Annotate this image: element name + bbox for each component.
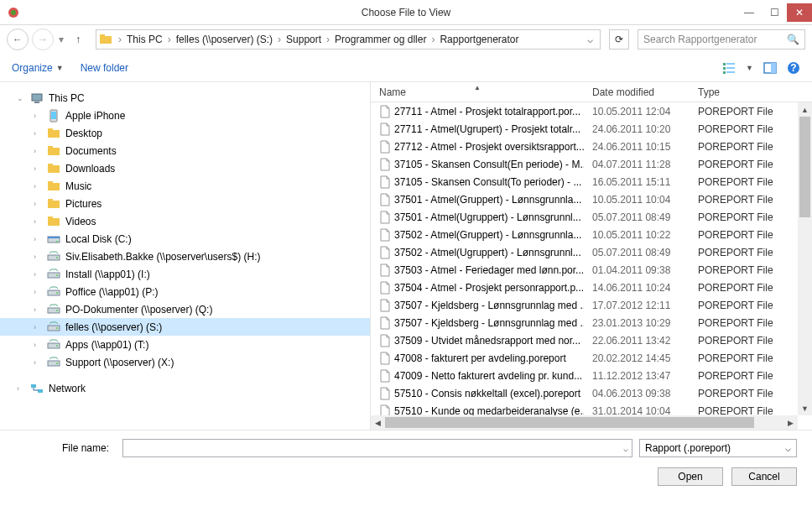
tree-item[interactable]: ›PO-Dokumenter (\\poserver) (Q:): [0, 300, 370, 318]
file-icon: [379, 228, 391, 242]
column-type[interactable]: Type: [690, 86, 812, 98]
chevron-down-icon[interactable]: ⌵: [623, 444, 628, 453]
organize-button[interactable]: Organize▼: [12, 62, 64, 74]
search-input[interactable]: Search Rapportgenerator 🔍: [638, 29, 805, 50]
chevron-right-icon[interactable]: ›: [166, 34, 173, 45]
scrollbar-thumb[interactable]: [385, 417, 754, 428]
file-type: POREPORT File: [690, 370, 812, 382]
file-row[interactable]: 37502 - Atmel(Ugruppert) - Lønnsgrunnl..…: [371, 243, 812, 261]
vertical-scrollbar[interactable]: ▲ ▼: [798, 102, 812, 415]
file-row[interactable]: 37504 - Atmel - Prosjekt personrapport.p…: [371, 279, 812, 296]
expand-icon[interactable]: ›: [34, 341, 42, 349]
minimize-button[interactable]: —: [737, 3, 762, 22]
address-bar[interactable]: › This PC › felles (\\poserver) (S:) › S…: [96, 29, 601, 50]
tree-item[interactable]: ›Poffice (\\app01) (P:): [0, 283, 370, 300]
file-row[interactable]: 57510 - Consis nøkkeltall (excel).porepo…: [371, 384, 812, 402]
chevron-down-icon[interactable]: ▼: [746, 64, 753, 72]
address-dropdown-button[interactable]: ⌵: [582, 34, 598, 45]
tree-item[interactable]: ›Videos: [0, 212, 370, 230]
scroll-right-icon[interactable]: ▶: [783, 415, 798, 430]
file-row[interactable]: 27712 - Atmel - Prosjekt oversiktsrappor…: [371, 138, 812, 155]
recent-locations-button[interactable]: ▾: [57, 34, 65, 45]
file-row[interactable]: 37502 - Atmel(Gruppert) - Lønnsgrunnla..…: [371, 226, 812, 243]
scroll-down-icon[interactable]: ▼: [798, 401, 812, 415]
file-icon: [379, 299, 391, 312]
expand-icon[interactable]: ›: [34, 323, 42, 331]
breadcrumb[interactable]: Rapportgenerator: [436, 34, 522, 45]
file-row[interactable]: 27711 - Atmel(Ugrupert) - Prosjekt total…: [371, 120, 812, 138]
help-button[interactable]: ?: [787, 61, 800, 75]
column-name[interactable]: Name▲: [371, 86, 584, 98]
file-row[interactable]: 37503 - Atmel - Feriedager med lønn.por.…: [371, 261, 812, 279]
new-folder-button[interactable]: New folder: [81, 62, 128, 74]
chevron-right-icon[interactable]: ›: [325, 34, 331, 45]
expand-icon[interactable]: ›: [34, 305, 42, 314]
tree-item[interactable]: ›Desktop: [0, 124, 370, 142]
file-row[interactable]: 37105 - Skansen Consult(To perioder) - .…: [371, 173, 812, 190]
expand-icon[interactable]: ›: [34, 129, 42, 138]
expand-icon[interactable]: ›: [34, 182, 42, 190]
file-row[interactable]: 37105 - Skansen Consult(En periode) - M.…: [371, 155, 812, 173]
tree-item[interactable]: ›felles (\\poserver) (S:): [0, 318, 370, 336]
back-button[interactable]: ←: [7, 29, 29, 50]
tree-item[interactable]: ›Siv.Elisabeth.Bakke (\\poserver\users$)…: [0, 248, 370, 265]
chevron-right-icon[interactable]: ›: [276, 34, 283, 45]
file-date: 01.04.2011 09:38: [584, 264, 690, 276]
expand-icon[interactable]: ›: [34, 200, 42, 208]
file-type-filter[interactable]: Rapport (.poreport) ⌵: [639, 439, 797, 457]
file-row[interactable]: 37507 - Kjeldsberg - Lønnsgrunnlag med .…: [371, 296, 812, 314]
view-options-button[interactable]: [722, 61, 736, 75]
breadcrumb[interactable]: felles (\\poserver) (S:): [173, 34, 276, 45]
tree-item[interactable]: ›Documents: [0, 142, 370, 159]
tree-item[interactable]: ›Downloads: [0, 159, 370, 177]
collapse-icon[interactable]: ⌄: [17, 94, 25, 102]
file-row[interactable]: 37501 - Atmel(Gruppert) - Lønnsgrunnla..…: [371, 190, 812, 208]
expand-icon[interactable]: ›: [34, 112, 42, 120]
expand-icon[interactable]: ›: [34, 253, 42, 261]
breadcrumb[interactable]: Support: [283, 34, 325, 45]
maximize-button[interactable]: ☐: [762, 3, 787, 22]
tree-label: Desktop: [65, 128, 102, 139]
tree-item[interactable]: ›Local Disk (C:): [0, 230, 370, 248]
chevron-right-icon[interactable]: ›: [117, 34, 123, 45]
expand-icon[interactable]: ›: [34, 358, 42, 367]
cancel-button[interactable]: Cancel: [731, 467, 797, 486]
scroll-left-icon[interactable]: ◀: [371, 415, 385, 430]
up-button[interactable]: ↑: [69, 30, 87, 49]
close-button[interactable]: ✕: [787, 3, 812, 22]
expand-icon[interactable]: ›: [34, 288, 42, 296]
expand-icon[interactable]: ›: [34, 217, 42, 226]
tree-item[interactable]: ›Apple iPhone: [0, 107, 370, 124]
expand-icon[interactable]: ›: [34, 235, 42, 243]
scroll-up-icon[interactable]: ▲: [798, 102, 812, 117]
tree-item[interactable]: ›Pictures: [0, 195, 370, 212]
filename-input[interactable]: ⌵: [122, 439, 632, 457]
file-row[interactable]: 37507 - Kjeldsberg - Lønnsgrunnlag med .…: [371, 314, 812, 331]
expand-icon[interactable]: ›: [34, 147, 42, 155]
open-button[interactable]: Open: [658, 467, 723, 486]
tree-root-this-pc[interactable]: ⌄ This PC: [0, 89, 370, 107]
refresh-button[interactable]: ⟳: [609, 29, 629, 50]
file-row[interactable]: 47008 - fakturert per avdeling.poreport2…: [371, 349, 812, 367]
navigation-tree[interactable]: ⌄ This PC ›Apple iPhone›Desktop›Document…: [0, 82, 371, 430]
file-row[interactable]: 37501 - Atmel(Ugruppert) - Lønnsgrunnl..…: [371, 208, 812, 226]
tree-network[interactable]: › Network: [0, 379, 370, 397]
file-row[interactable]: 37509 - Utvidet månedsrapport med nor...…: [371, 331, 812, 349]
horizontal-scrollbar[interactable]: ◀ ▶: [371, 415, 798, 430]
forward-button[interactable]: →: [32, 29, 54, 50]
preview-pane-button[interactable]: [763, 61, 777, 75]
expand-icon[interactable]: ›: [34, 270, 42, 279]
file-row[interactable]: 47009 - Netto fakturert avdeling pr. kun…: [371, 367, 812, 384]
breadcrumb[interactable]: This PC: [123, 34, 166, 45]
chevron-right-icon[interactable]: ›: [429, 34, 436, 45]
tree-item[interactable]: ›Install (\\app01) (I:): [0, 265, 370, 283]
breadcrumb[interactable]: Programmer og dller: [331, 34, 429, 45]
tree-item[interactable]: ›Music: [0, 177, 370, 195]
expand-icon[interactable]: ›: [34, 164, 42, 173]
tree-item[interactable]: ›Apps (\\app01) (T:): [0, 336, 370, 353]
tree-item[interactable]: ›Support (\\poserver) (X:): [0, 353, 370, 371]
expand-icon[interactable]: ›: [17, 384, 25, 393]
column-date[interactable]: Date modified: [584, 86, 690, 98]
file-row[interactable]: 27711 - Atmel - Prosjekt totalrapport.po…: [371, 102, 812, 120]
scrollbar-thumb[interactable]: [799, 117, 810, 217]
